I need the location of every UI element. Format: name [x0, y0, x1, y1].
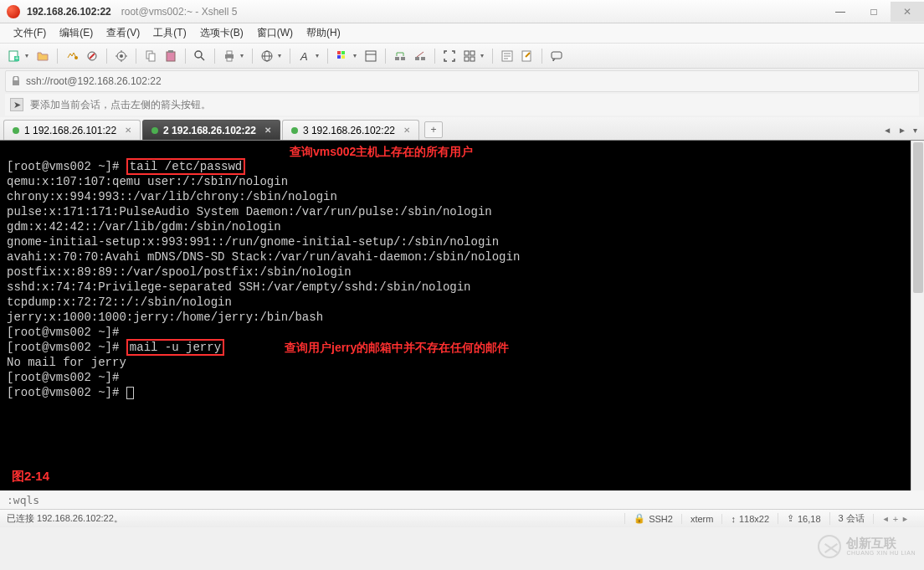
- layout-button[interactable]: [362, 47, 380, 65]
- status-size: ↕ 118x22: [721, 514, 778, 524]
- separator: [492, 49, 493, 64]
- tab-1[interactable]: 1 192.168.26.101:22✕: [3, 120, 141, 140]
- terminal[interactable]: [root@vms002 ~]# tail /etc/passwdqemu:x:…: [0, 141, 924, 490]
- session-next-button[interactable]: ►: [901, 515, 909, 523]
- color-dropdown[interactable]: ▾: [353, 52, 360, 59]
- status-bar: 已连接 192.168.26.102:22。 🔒SSH2 xterm ↕ 118…: [0, 509, 924, 527]
- status-term: xterm: [681, 514, 722, 524]
- watermark: 创新互联 CHUANG XIN HU LIAN: [818, 535, 916, 558]
- tunnel-button[interactable]: [411, 47, 429, 65]
- minimize-icon: —: [835, 6, 845, 18]
- vertical-scrollbar[interactable]: [911, 141, 924, 490]
- fullscreen-button[interactable]: [440, 47, 459, 65]
- tab-prev-button[interactable]: ◄: [881, 124, 893, 136]
- font-dropdown[interactable]: ▾: [316, 52, 322, 59]
- svg-point-7: [120, 54, 123, 58]
- menu-tools[interactable]: 工具(T): [146, 24, 192, 42]
- add-session-arrow-button[interactable]: ➤: [10, 98, 23, 111]
- print-button[interactable]: [220, 47, 239, 65]
- minimize-button[interactable]: —: [824, 2, 857, 22]
- scroll-thumb[interactable]: [913, 142, 923, 293]
- svg-rect-38: [465, 57, 469, 61]
- globe-dropdown[interactable]: ▾: [278, 52, 285, 59]
- tab-close-icon[interactable]: ✕: [403, 126, 410, 135]
- svg-rect-39: [470, 57, 475, 61]
- tab-list-button[interactable]: ▾: [911, 124, 919, 136]
- color-button[interactable]: [333, 47, 352, 65]
- new-session-dropdown[interactable]: ▾: [25, 52, 32, 59]
- add-tab-button[interactable]: +: [424, 121, 443, 138]
- copy-button[interactable]: [141, 47, 160, 65]
- separator: [434, 49, 435, 64]
- svg-rect-36: [465, 51, 469, 55]
- separator: [185, 49, 186, 64]
- reconnect-button[interactable]: [63, 47, 81, 65]
- svg-rect-15: [168, 50, 173, 53]
- disconnect-button[interactable]: [83, 47, 101, 65]
- titlebar: 192.168.26.102:22 root@vms002:~ - Xshell…: [0, 0, 924, 23]
- tab-nav: ◄ ► ▾: [881, 124, 919, 136]
- svg-rect-26: [341, 51, 345, 54]
- svg-rect-37: [470, 51, 475, 55]
- tab-next-button[interactable]: ►: [896, 124, 908, 136]
- svg-rect-27: [337, 55, 341, 59]
- svg-text:A: A: [300, 50, 308, 63]
- menu-file[interactable]: 文件(F): [7, 24, 53, 42]
- chat-button[interactable]: [547, 47, 566, 65]
- tab-close-icon[interactable]: ✕: [125, 126, 131, 135]
- maximize-icon: □: [870, 6, 876, 18]
- new-session-button[interactable]: +: [5, 47, 23, 65]
- svg-rect-33: [415, 57, 419, 60]
- tab-label: 3 192.168.26.102:22: [303, 125, 395, 136]
- menu-tab[interactable]: 选项卡(B): [193, 24, 250, 42]
- session-add-button[interactable]: +: [893, 514, 898, 524]
- menu-window[interactable]: 窗口(W): [250, 24, 300, 42]
- separator: [252, 49, 253, 64]
- annotation-2: 查询用户jerry的邮箱中并不存在任何的邮件: [285, 340, 509, 355]
- menu-help[interactable]: 帮助(H): [300, 24, 347, 42]
- tab-2[interactable]: 2 192.168.26.102:22✕: [142, 120, 280, 140]
- tile-dropdown[interactable]: ▾: [480, 52, 487, 59]
- maximize-button[interactable]: □: [857, 2, 891, 22]
- tab-3[interactable]: 3 192.168.26.102:22✕: [282, 120, 419, 140]
- address-bar[interactable]: ssh://root@192.168.26.102:22: [5, 70, 919, 92]
- paste-button[interactable]: [162, 47, 180, 65]
- caps-icon: ⇪: [787, 513, 794, 524]
- svg-point-3: [74, 56, 78, 59]
- svg-point-16: [195, 51, 202, 58]
- command-text: :wqls: [7, 494, 39, 506]
- font-button[interactable]: A: [295, 47, 314, 65]
- separator: [290, 49, 290, 64]
- tab-bar: 1 192.168.26.101:22✕ 2 192.168.26.102:22…: [0, 117, 924, 141]
- menu-view[interactable]: 查看(V): [100, 24, 146, 42]
- menu-edit[interactable]: 编辑(E): [53, 24, 100, 42]
- script-button[interactable]: [498, 47, 516, 65]
- properties-button[interactable]: [112, 47, 131, 65]
- toolbar: + ▾ ▾ ▾ A ▾ ▾ ▾: [0, 44, 924, 69]
- find-button[interactable]: [191, 47, 209, 65]
- svg-rect-34: [421, 57, 425, 60]
- status-dot-icon: [151, 127, 158, 134]
- hint-text: 要添加当前会话，点击左侧的箭头按钮。: [30, 98, 211, 112]
- figure-label: 图2-14: [12, 469, 49, 484]
- tile-button[interactable]: [460, 47, 479, 65]
- session-prev-button[interactable]: ◄: [882, 515, 890, 523]
- window-title: 192.168.26.102:22: [27, 6, 111, 18]
- close-button[interactable]: ✕: [891, 2, 924, 22]
- annotation-1: 查询vms002主机上存在的所有用户: [290, 144, 473, 159]
- status-dot-icon: [13, 127, 19, 134]
- svg-rect-13: [149, 54, 155, 61]
- tab-close-icon[interactable]: ✕: [264, 126, 271, 135]
- print-dropdown[interactable]: ▾: [240, 52, 247, 59]
- svg-line-5: [90, 54, 95, 59]
- transfer-button[interactable]: [391, 47, 409, 65]
- globe-button[interactable]: [258, 47, 276, 65]
- svg-rect-19: [227, 51, 232, 54]
- svg-rect-20: [227, 58, 232, 61]
- status-cursor: ⇪ 16,18: [778, 513, 829, 524]
- svg-rect-31: [395, 57, 399, 60]
- command-line[interactable]: :wqls: [0, 490, 924, 509]
- open-button[interactable]: [33, 47, 52, 65]
- lock-icon: 🔒: [634, 513, 645, 524]
- compose-button[interactable]: [518, 47, 536, 65]
